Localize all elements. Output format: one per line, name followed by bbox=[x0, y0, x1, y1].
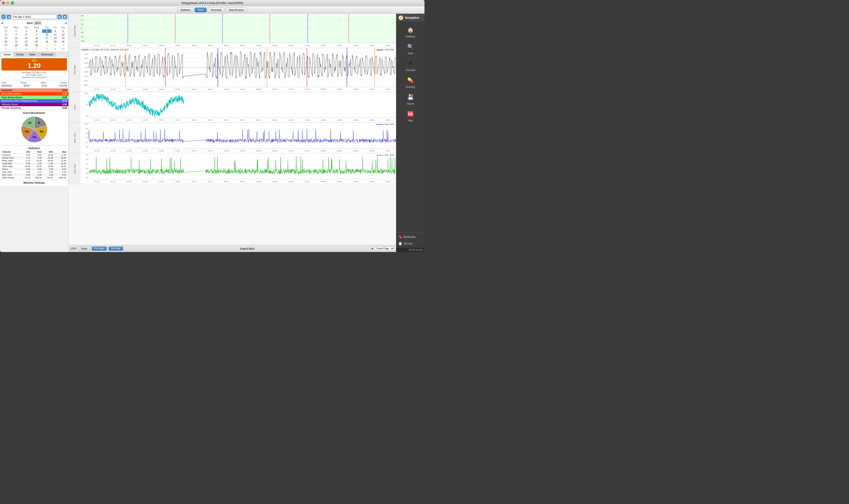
cal-day[interactable]: 10 bbox=[59, 47, 68, 51]
tab-bookmarks[interactable]: Bookmarks bbox=[39, 52, 56, 57]
event-row: Periodic Breathing0.00 bbox=[0, 106, 68, 110]
tab-statistics[interactable]: Statistics bbox=[177, 7, 194, 12]
flow-rate-y-scale: 120.090.060.030.00.0-30.0-60.0-90.0-120.… bbox=[80, 48, 89, 87]
exp-time-content[interactable]: Exp. Time 5.04.03.02.01.00.0 01:0001:300… bbox=[80, 153, 396, 184]
cal-day[interactable]: 28 bbox=[11, 43, 21, 47]
statistics-icon: 🏠 bbox=[406, 26, 415, 34]
cal-day[interactable]: 8 bbox=[42, 47, 52, 51]
prev-day-button[interactable]: ◀ bbox=[7, 15, 11, 19]
x-label: 06:00 bbox=[251, 44, 267, 47]
today-button[interactable]: ⏹ bbox=[63, 15, 67, 19]
stats-row: Snore0.000.002.009.00 bbox=[1, 168, 67, 170]
nav-item-overview[interactable]: 👁Overview bbox=[396, 57, 424, 73]
nav-item-statistics[interactable]: 🏠Statistics bbox=[396, 24, 424, 40]
cal-day[interactable]: 21 bbox=[11, 40, 21, 43]
tab-details[interactable]: Details bbox=[1, 52, 14, 57]
cal-day[interactable]: 12 bbox=[59, 33, 68, 36]
nav-item-oximetry[interactable]: 💊Oximetry bbox=[396, 74, 424, 90]
tab-notes[interactable]: Notes bbox=[27, 52, 38, 57]
cal-day[interactable]: 4 bbox=[52, 29, 59, 33]
nav-bookmarks[interactable]: 🔖 Bookmarks bbox=[396, 234, 424, 240]
refresh-button[interactable]: ↻ bbox=[1, 15, 6, 19]
pin-flags-button[interactable]: Pin Flags bbox=[92, 247, 107, 251]
prev-month-button[interactable]: ◀ bbox=[1, 21, 3, 24]
cal-day[interactable]: 16 bbox=[31, 36, 42, 40]
cal-day[interactable]: 11 bbox=[52, 33, 59, 36]
cal-day[interactable]: 3 bbox=[42, 29, 52, 33]
cal-day[interactable]: 29 bbox=[21, 43, 31, 47]
tab-overview[interactable]: Overview bbox=[207, 7, 224, 12]
cal-day[interactable]: 14 bbox=[11, 36, 21, 40]
cal-day[interactable]: 24 bbox=[42, 40, 52, 43]
cal-day[interactable]: 26 bbox=[59, 40, 68, 43]
cal-day[interactable]: 1 bbox=[21, 29, 31, 33]
tab-daily[interactable]: Daily bbox=[195, 7, 206, 12]
cal-day[interactable]: 5 bbox=[59, 29, 68, 33]
nav-records[interactable]: 📋 Records bbox=[396, 240, 424, 247]
cal-day[interactable]: 30 bbox=[31, 43, 42, 47]
exp-time-y-label: Exp. Time bbox=[69, 153, 80, 184]
insp-time-content[interactable]: Insp. Time 10.08.06.04.02.00.0 01:0001:3… bbox=[80, 123, 396, 153]
flow-rate-info: Events=11 Duration 09:10:46, Selection A… bbox=[82, 49, 128, 51]
maximize-button[interactable] bbox=[11, 1, 14, 4]
year-button[interactable]: 2014 bbox=[34, 21, 42, 25]
tab-help-browser[interactable]: Help Browser bbox=[225, 7, 247, 12]
stats-cell: Snore bbox=[1, 168, 21, 170]
cal-day[interactable]: 25 bbox=[52, 40, 59, 43]
cal-day[interactable]: 6 bbox=[21, 47, 31, 51]
cal-day[interactable]: 27 bbox=[1, 43, 11, 47]
cal-day[interactable]: 22 bbox=[21, 40, 31, 43]
flow-rate-content[interactable]: Events=11 Duration 09:10:46, Selection A… bbox=[80, 48, 396, 92]
cal-day[interactable]: 18 bbox=[52, 36, 59, 40]
cal-day[interactable]: 9 bbox=[52, 47, 59, 51]
cal-day[interactable]: 9 bbox=[31, 33, 42, 36]
cal-day[interactable]: 7 bbox=[31, 47, 42, 51]
y-label: 30.0 bbox=[81, 62, 88, 64]
cal-day[interactable]: 7 bbox=[11, 33, 21, 36]
pin-flow-button[interactable]: Pin Flow bbox=[109, 247, 123, 251]
cal-day[interactable]: 2 bbox=[31, 29, 42, 33]
next-month-button[interactable]: ▶ bbox=[65, 21, 68, 24]
event-value: 0.76 bbox=[62, 100, 67, 102]
flow-rate-y-label: Flow Rate bbox=[69, 48, 80, 92]
event-flags-content[interactable]: 01:0001:3002:0002:3003:0003:3004:0004:30… bbox=[80, 14, 396, 48]
cal-day[interactable]: 2 bbox=[52, 43, 59, 47]
cal-day[interactable]: 31 bbox=[11, 29, 21, 33]
close-button[interactable] bbox=[2, 1, 5, 4]
chart-selector[interactable]: Event Flags bbox=[375, 247, 394, 251]
cal-day[interactable]: 8 bbox=[21, 33, 31, 36]
nav-item-daily[interactable]: 🔍Daily bbox=[396, 41, 424, 57]
cal-day[interactable]: 15 bbox=[21, 36, 31, 40]
event-flags-canvas bbox=[80, 14, 396, 43]
x-label: 07:30 bbox=[299, 181, 315, 183]
records-icon: 📋 bbox=[398, 241, 402, 245]
tab-events[interactable]: Events bbox=[14, 52, 26, 57]
cal-day[interactable]: 4 bbox=[1, 47, 11, 51]
x-label: 01:00 bbox=[89, 88, 105, 90]
x-label: 08:30 bbox=[331, 119, 348, 121]
reset-button[interactable]: Reset bbox=[78, 247, 90, 251]
date-field[interactable] bbox=[12, 15, 57, 19]
minu-content[interactable]: 18.09.00.0 01:0001:3002:0002:3003:0003:3… bbox=[80, 92, 396, 122]
cal-day[interactable]: 1 bbox=[42, 43, 52, 47]
nav-bottom: 🔖 Bookmarks 📋 Records bbox=[396, 232, 424, 248]
nav-item-import[interactable]: 💾Import bbox=[396, 91, 424, 107]
event-breakdown: Event Breakdown bbox=[0, 110, 68, 146]
cal-day[interactable]: 17 bbox=[42, 36, 52, 40]
x-label: 06:00 bbox=[251, 181, 267, 183]
next-day-button[interactable]: ▶ bbox=[57, 15, 62, 19]
cal-day[interactable]: 13 bbox=[1, 36, 11, 40]
stats-col-header: Min bbox=[21, 150, 31, 154]
cal-day[interactable]: 30 bbox=[1, 29, 11, 33]
cal-day[interactable]: 3 bbox=[59, 43, 68, 47]
minimize-button[interactable] bbox=[6, 1, 10, 4]
cal-day[interactable]: 5 bbox=[11, 47, 21, 51]
cal-day[interactable]: 20 bbox=[1, 40, 11, 43]
cal-day[interactable]: 23 bbox=[31, 40, 42, 43]
cal-day[interactable]: 10 bbox=[42, 33, 52, 36]
nav-item-help[interactable]: 🆘Help bbox=[396, 108, 424, 124]
calendar-month: April 2014 bbox=[27, 21, 42, 25]
cal-day[interactable]: 19 bbox=[59, 36, 68, 40]
cal-day[interactable]: 6 bbox=[1, 33, 11, 36]
event-row: Vibratory Snore4.90 bbox=[0, 103, 68, 106]
